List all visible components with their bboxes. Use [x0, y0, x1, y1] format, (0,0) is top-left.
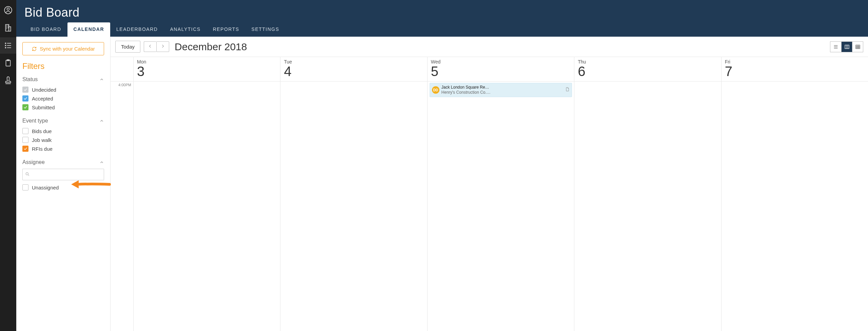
prev-button[interactable] [144, 41, 156, 52]
nav-stamp-icon[interactable] [0, 73, 16, 89]
filter-label: Undecided [32, 87, 56, 93]
filter-label: Submitted [32, 105, 55, 110]
nav-list-icon[interactable] [0, 37, 16, 54]
calendar-grid: 4:00PM Mon 3 Tue 4 [111, 57, 868, 331]
content: Sync with your Calendar Filters Status U… [16, 37, 868, 331]
filter-label: Unassigned [32, 185, 59, 190]
tabs: BID BOARD CALENDAR LEADERBOARD ANALYTICS… [16, 22, 868, 37]
day-number: 6 [578, 65, 717, 78]
calendar-event[interactable]: DD Jack London Square Re… Henry's Constr… [430, 83, 572, 97]
svg-point-1 [7, 8, 9, 10]
view-toggle [830, 41, 863, 52]
svg-marker-20 [71, 180, 79, 188]
view-list[interactable] [830, 42, 841, 52]
filter-label: Accepted [32, 96, 53, 102]
tab-bid-board[interactable]: BID BOARD [24, 22, 67, 37]
filter-group-eventtype-title: Event type [22, 118, 48, 124]
view-month[interactable] [852, 42, 863, 52]
svg-point-15 [5, 47, 6, 48]
chevron-up-icon [99, 118, 104, 123]
today-button[interactable]: Today [115, 41, 140, 53]
view-week[interactable] [841, 42, 852, 52]
tab-calendar[interactable]: CALENDAR [67, 22, 111, 37]
svg-point-13 [5, 45, 6, 46]
left-nav [0, 0, 16, 331]
sync-calendar-button[interactable]: Sync with your Calendar [22, 42, 104, 55]
tab-reports[interactable]: REPORTS [207, 22, 245, 37]
day-of-week: Mon [137, 59, 277, 65]
time-label: 4:00PM [111, 81, 133, 87]
day-of-week: Tue [284, 59, 423, 65]
filter-group-eventtype-header[interactable]: Event type [22, 116, 104, 126]
assignee-search-input[interactable] [22, 169, 104, 180]
day-of-week: Wed [431, 59, 571, 65]
svg-rect-26 [845, 45, 849, 49]
day-of-week: Fri [725, 59, 865, 65]
day-number: 7 [725, 65, 865, 78]
day-number: 3 [137, 65, 277, 78]
day-column-fri: Fri 7 [722, 57, 868, 331]
nav-clipboard-icon[interactable] [0, 55, 16, 71]
time-column: 4:00PM [111, 57, 134, 331]
filter-group-assignee-header[interactable]: Assignee [22, 157, 104, 167]
day-column-mon: Mon 3 [134, 57, 280, 331]
event-subtitle: Henry's Construction Co.… [441, 90, 563, 95]
svg-point-11 [5, 43, 6, 43]
filters-sidebar: Sync with your Calendar Filters Status U… [16, 37, 111, 331]
event-avatar: DD [432, 86, 439, 94]
columns-icon [844, 44, 850, 50]
chevron-right-icon [161, 44, 165, 49]
svg-rect-3 [9, 27, 11, 31]
filters-heading: Filters [22, 61, 104, 71]
filter-group-status-title: Status [22, 76, 38, 82]
filter-group-status-header[interactable]: Status [22, 74, 104, 85]
grid-icon [855, 44, 861, 50]
nav-building-icon[interactable] [0, 20, 16, 36]
top-header: Bid Board BID BOARD CALENDAR LEADERBOARD… [16, 0, 868, 37]
document-icon [565, 87, 570, 93]
refresh-icon [32, 46, 37, 52]
svg-line-22 [28, 174, 29, 176]
chevron-up-icon [99, 77, 104, 82]
filter-label: Bids due [32, 128, 52, 134]
tab-analytics[interactable]: ANALYTICS [164, 22, 206, 37]
tab-leaderboard[interactable]: LEADERBOARD [110, 22, 164, 37]
chevron-up-icon [99, 160, 104, 165]
day-column-thu: Thu 6 [574, 57, 721, 331]
filter-status-undecided[interactable]: Undecided [22, 87, 104, 93]
filter-group-assignee-title: Assignee [22, 159, 45, 165]
filter-eventtype-bids-due[interactable]: Bids due [22, 128, 104, 134]
tab-settings[interactable]: SETTINGS [245, 22, 285, 37]
main-area: Bid Board BID BOARD CALENDAR LEADERBOARD… [16, 0, 868, 331]
day-number: 5 [431, 65, 571, 78]
svg-point-21 [26, 172, 28, 175]
sync-calendar-label: Sync with your Calendar [40, 46, 95, 52]
list-icon [833, 44, 839, 50]
calendar-month-title: December 2018 [175, 41, 247, 53]
filter-label: Job walk [32, 137, 52, 143]
svg-rect-29 [856, 45, 860, 49]
filter-status-accepted[interactable]: Accepted [22, 95, 104, 102]
filter-status-submitted[interactable]: Submitted [22, 104, 104, 110]
filter-eventtype-job-walk[interactable]: Job walk [22, 137, 104, 143]
filter-label: RFIs due [32, 146, 53, 152]
day-number: 4 [284, 65, 423, 78]
next-button[interactable] [156, 41, 169, 52]
calendar-pane: Today December 2018 [111, 37, 868, 331]
event-title: Jack London Square Re… [441, 85, 563, 90]
search-icon [25, 172, 30, 177]
day-column-tue: Tue 4 [280, 57, 427, 331]
nav-user-icon[interactable] [0, 2, 16, 18]
filter-eventtype-rfis-due[interactable]: RFIs due [22, 146, 104, 152]
page-title: Bid Board [24, 5, 868, 20]
day-of-week: Thu [578, 59, 717, 65]
svg-rect-17 [6, 60, 11, 66]
calendar-toolbar: Today December 2018 [111, 37, 868, 57]
chevron-left-icon [148, 44, 152, 49]
day-column-wed: Wed 5 DD Jack London Square Re… Henry's … [428, 57, 574, 331]
